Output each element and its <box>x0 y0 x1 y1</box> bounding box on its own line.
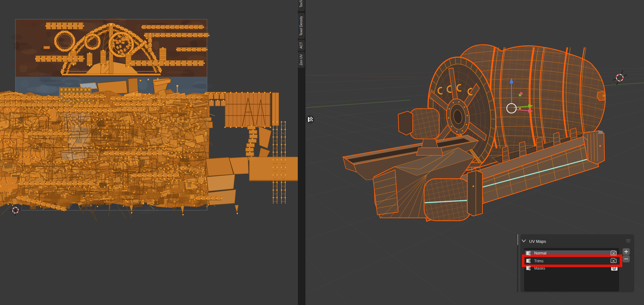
svg-text:Texel Density: Texel Density <box>299 16 303 36</box>
svg-text:Trims: Trims <box>534 259 544 263</box>
svg-text:UV Maps: UV Maps <box>529 239 546 244</box>
svg-text:Zen UV: Zen UV <box>299 54 303 66</box>
svg-text:TexTo: TexTo <box>299 0 303 8</box>
svg-text:ACT: ACT <box>299 42 303 49</box>
